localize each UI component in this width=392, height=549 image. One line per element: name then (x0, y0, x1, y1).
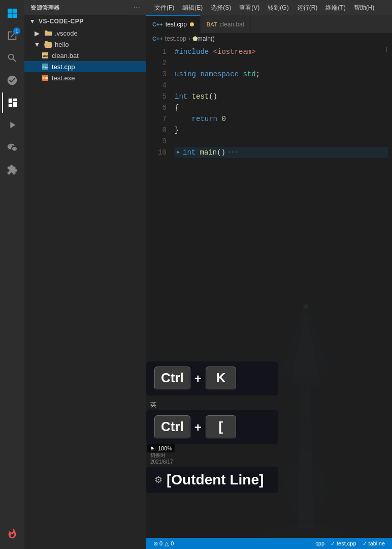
breadcrumb-symbol-icon: ⬟ (192, 35, 198, 42)
menu-help[interactable]: 帮助(H) (350, 0, 379, 15)
status-tabline[interactable]: ✓ tabline (360, 538, 388, 549)
code-line-10: ▶ int main()··· | (175, 147, 388, 158)
code-token: namespace (200, 69, 243, 80)
test-cpp-label: test.cpp (52, 63, 146, 71)
status-errors[interactable]: ⊗ 0 △ 0 (150, 538, 177, 549)
code-token: int (175, 91, 192, 102)
explorer-icon[interactable] (2, 93, 22, 113)
shortcut-row-2: Ctrl + [ (146, 410, 278, 444)
shortcut-label-text: [Outdent Line] (167, 472, 264, 488)
run-icon[interactable] (2, 115, 22, 135)
checkmark-icon: ✓ (331, 540, 335, 547)
cursor-indicator: | (384, 44, 388, 55)
breadcrumb-cpp-icon: C++ (152, 36, 163, 42)
search-icon[interactable] (2, 48, 22, 68)
status-file[interactable]: ✓ test.cpp (328, 538, 360, 549)
editor-area: 文件(F) 编辑(E) 选择(S) 查看(V) 转到(G) 运行(R) 终端(T… (146, 0, 392, 549)
gear-icon: ⚙ (154, 474, 162, 485)
warning-count: 0 (171, 540, 174, 546)
plus-sign-1: + (194, 372, 202, 386)
zoom-indicator: 100% (147, 444, 175, 452)
code-token: ; (256, 69, 260, 80)
code-token: using (175, 69, 200, 80)
source-control-badge: 1 (13, 27, 20, 35)
tab-test-cpp[interactable]: C++ test.cpp (146, 15, 201, 33)
shortcut-label-row: ⚙ [Outdent Line] (146, 467, 278, 493)
breadcrumb-separator: › (188, 35, 190, 42)
code-line-4 (175, 80, 388, 91)
tab-bat-icon: BAT (207, 21, 217, 27)
clock-subtext: 切换时 (150, 452, 274, 459)
svg-rect-0 (8, 9, 12, 13)
shortcut-row-1: Ctrl + K (146, 361, 278, 395)
breadcrumb-file[interactable]: test.cpp (165, 35, 186, 42)
status-lang[interactable]: cpp (312, 538, 328, 549)
ctrl-key-2: Ctrl (154, 415, 190, 439)
sidebar: 资源管理器 ··· ▼ VS-CODE-CPP ▶ .vscode ▼ (24, 0, 146, 549)
code-token: () (209, 91, 217, 102)
menu-view[interactable]: 查看(V) (235, 0, 264, 15)
extensions-icon[interactable] (2, 160, 22, 180)
activity-bar: 1 (0, 0, 24, 549)
code-line-6: { (175, 102, 388, 113)
code-token: { (175, 102, 179, 113)
tab-bar: C++ test.cpp BAT clean.bat (146, 15, 392, 33)
ime-label: 英 (150, 401, 156, 408)
file-tree: ▶ .vscode ▼ hello (24, 27, 146, 549)
error-count: 0 (159, 540, 162, 546)
bracket-key: [ (206, 415, 236, 439)
code-token: std (243, 69, 255, 80)
code-line-7: return 0 (175, 113, 388, 125)
breadcrumb-symbol[interactable]: main() (198, 35, 215, 42)
fold-hint: ··· (227, 147, 239, 158)
code-line-5: int test() (175, 91, 388, 102)
tab-unsaved-indicator (190, 22, 194, 26)
explorer-section-header[interactable]: ▼ VS-CODE-CPP (24, 15, 146, 27)
clock-date: 2021/6/17 (150, 459, 274, 465)
tree-item-clean-bat[interactable]: BAT clean.bat (24, 50, 146, 61)
menu-terminal[interactable]: 终端(T) (321, 0, 349, 15)
tree-item-test-cpp[interactable]: C++ test.cpp (24, 61, 146, 72)
tree-item-vscode[interactable]: ▶ .vscode (24, 27, 146, 39)
svg-rect-1 (13, 9, 17, 13)
plus-sign-2: + (194, 420, 202, 435)
zoom-value: 100% (158, 445, 172, 451)
tab-clean-bat[interactable]: BAT clean.bat (201, 15, 251, 33)
error-icon: ⊗ (153, 540, 158, 547)
vscode-folder-label: .vscode (55, 29, 146, 37)
ime-area: 英 (146, 399, 278, 410)
menu-edit[interactable]: 编辑(E) (178, 0, 207, 15)
svg-rect-3 (13, 14, 17, 18)
code-token: #include (175, 46, 213, 57)
checkmark2-icon: ✓ (363, 540, 367, 547)
folder-icon (44, 28, 53, 38)
sidebar-more-icon[interactable]: ··· (134, 3, 140, 12)
tab-clean-bat-label: clean.bat (219, 21, 244, 28)
menu-goto[interactable]: 转到(G) (264, 0, 292, 15)
chevron-down-icon: ▼ (32, 40, 42, 49)
status-file-label: test.cpp (337, 540, 356, 546)
code-line-1: #include <iostream> (175, 46, 388, 57)
breadcrumb: C++ test.cpp › ⬟ main() (146, 33, 392, 44)
code-token-int: int (183, 147, 200, 158)
status-bar: ⊗ 0 △ 0 cpp ✓ test.cpp ✓ tabline (146, 538, 392, 549)
code-token: 0 (221, 113, 225, 125)
wechat-icon[interactable] (2, 137, 22, 158)
source-control-icon[interactable]: 1 (2, 25, 22, 46)
cursor-icon (150, 445, 156, 451)
flame-icon[interactable] (2, 524, 22, 544)
git-icon[interactable] (2, 70, 22, 90)
tree-item-hello[interactable]: ▼ hello (24, 39, 146, 50)
folder-open-icon (44, 40, 53, 49)
windows-logo-icon[interactable] (2, 3, 22, 23)
code-token: <iostream> (213, 46, 256, 57)
menu-run[interactable]: 运行(R) (293, 0, 322, 15)
code-token (175, 113, 192, 125)
section-chevron-icon: ▼ (28, 17, 37, 25)
chevron-right-icon: ▶ (32, 28, 42, 38)
tree-item-test-exe[interactable]: EXE test.exe (24, 72, 146, 83)
svg-text:EXE: EXE (43, 77, 48, 80)
fold-icon[interactable]: ▶ (175, 149, 182, 156)
menu-select[interactable]: 选择(S) (207, 0, 235, 15)
menu-file[interactable]: 文件(F) (150, 0, 178, 15)
